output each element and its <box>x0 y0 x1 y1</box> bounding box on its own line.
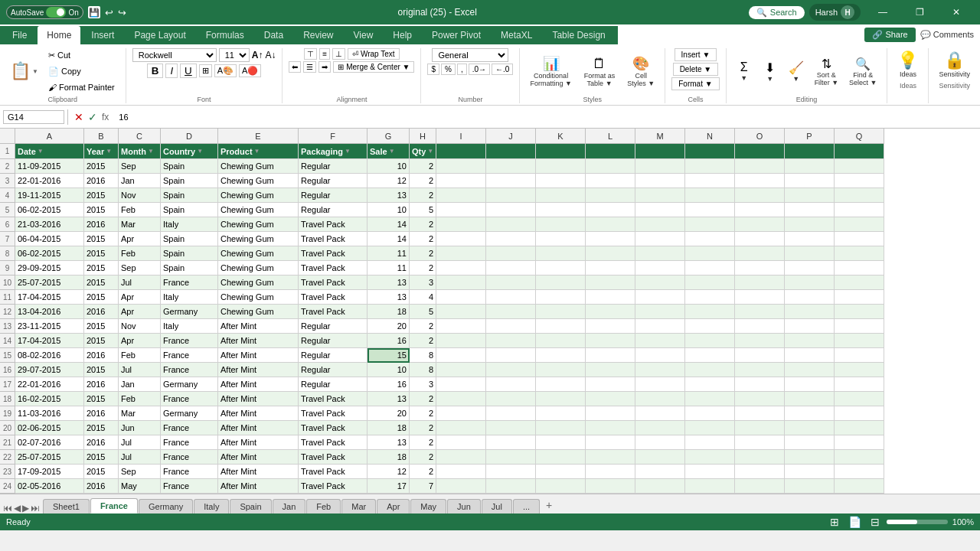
fill-color-button[interactable]: A🎨 <box>214 64 237 77</box>
list-item[interactable]: 14 <box>368 217 410 232</box>
list-item[interactable]: Regular <box>299 348 368 363</box>
header-cell-packaging[interactable]: Packaging ▼ <box>299 144 368 159</box>
list-item[interactable]: France <box>161 334 218 348</box>
list-item[interactable]: 2015 <box>84 261 119 276</box>
col-header-P[interactable]: P <box>785 129 835 144</box>
list-item[interactable]: Jul <box>119 450 161 465</box>
page-layout-view-button[interactable]: 📄 <box>846 515 864 529</box>
user-badge[interactable]: Harsh H <box>809 4 861 21</box>
sheet-tab-germany[interactable]: Germany <box>139 499 193 514</box>
list-item[interactable]: Sep <box>119 159 161 174</box>
list-item[interactable]: 16 <box>368 334 410 348</box>
sheet-tab-france[interactable]: France <box>90 498 138 514</box>
list-item[interactable]: Italy <box>161 217 218 232</box>
list-item[interactable]: 2015 <box>84 159 119 174</box>
list-item[interactable]: Spain <box>161 203 218 217</box>
list-item[interactable]: 2015 <box>84 188 119 203</box>
list-item[interactable]: After Mint <box>218 319 299 334</box>
list-item[interactable]: Germany <box>161 305 218 319</box>
col-header-D[interactable]: D <box>161 129 218 144</box>
ribbon-tab-insert[interactable]: Insert <box>82 26 123 44</box>
align-top-button[interactable]: ⊤ <box>304 48 317 60</box>
list-item[interactable]: 2016 <box>84 377 119 392</box>
list-item[interactable]: 18 <box>368 305 410 319</box>
last-sheet-button[interactable]: ⏭ <box>31 503 40 514</box>
sheet-tab-sheet1[interactable]: Sheet1 <box>43 499 90 514</box>
ribbon-tab-file[interactable]: File <box>3 26 36 44</box>
italic-button[interactable]: I <box>165 64 178 78</box>
list-item[interactable]: Spain <box>161 246 218 261</box>
header-cell-year[interactable]: Year ▼ <box>84 144 119 159</box>
increase-decimal-button[interactable]: .0→ <box>469 64 490 75</box>
page-break-view-button[interactable]: ⊟ <box>868 515 882 529</box>
list-item[interactable]: 2 <box>410 246 436 261</box>
sort-filter-button[interactable]: ⇅ Sort &Filter ▼ <box>811 54 842 89</box>
list-item[interactable]: 12 <box>368 174 410 188</box>
header-cell-country[interactable]: Country ▼ <box>161 144 218 159</box>
list-item[interactable]: 2016 <box>84 174 119 188</box>
list-item[interactable]: 06-04-2015 <box>15 232 84 246</box>
redo-button[interactable]: ↪ <box>118 7 126 18</box>
col-header-H[interactable]: H <box>410 129 436 144</box>
list-item[interactable]: France <box>161 363 218 377</box>
list-item[interactable]: 8 <box>410 348 436 363</box>
list-item[interactable]: Italy <box>161 319 218 334</box>
list-item[interactable]: Regular <box>299 203 368 217</box>
ribbon-tab-help[interactable]: Help <box>384 26 421 44</box>
first-sheet-button[interactable]: ⏮ <box>3 503 12 514</box>
align-middle-button[interactable]: ≡ <box>319 48 330 60</box>
ideas-button[interactable]: 💡 Ideas <box>893 48 922 80</box>
save-icon[interactable]: 💾 <box>88 6 100 18</box>
list-item[interactable]: 11 <box>368 261 410 276</box>
number-format-select[interactable]: General <box>432 48 508 62</box>
list-item[interactable]: After Mint <box>218 363 299 377</box>
align-left-button[interactable]: ⬅ <box>289 61 301 73</box>
list-item[interactable]: After Mint <box>218 465 299 479</box>
list-item[interactable]: 5 <box>410 305 436 319</box>
list-item[interactable]: Regular <box>299 188 368 203</box>
list-item[interactable]: 2015 <box>84 421 119 435</box>
list-item[interactable]: 2 <box>410 392 436 406</box>
list-item[interactable]: Jul <box>119 363 161 377</box>
list-item[interactable]: 8 <box>410 363 436 377</box>
sheet-tab-mar[interactable]: Mar <box>341 499 376 514</box>
list-item[interactable]: Feb <box>119 392 161 406</box>
list-item[interactable]: France <box>161 450 218 465</box>
header-cell-date[interactable]: Date ▼ <box>15 144 84 159</box>
list-item[interactable]: Jun <box>119 421 161 435</box>
list-item[interactable]: 06-02-2015 <box>15 246 84 261</box>
list-item[interactable]: Sep <box>119 261 161 276</box>
list-item[interactable]: 22-01-2016 <box>15 174 84 188</box>
col-header-F[interactable]: F <box>299 129 368 144</box>
list-item[interactable]: 11-03-2016 <box>15 406 84 421</box>
list-item[interactable]: 2016 <box>84 348 119 363</box>
list-item[interactable]: Regular <box>299 363 368 377</box>
ribbon-tab-page-layout[interactable]: Page Layout <box>125 26 194 44</box>
list-item[interactable]: 2016 <box>84 217 119 232</box>
maximize-button[interactable]: ❐ <box>902 0 937 24</box>
list-item[interactable]: 11 <box>368 246 410 261</box>
list-item[interactable]: Chewing Gum <box>218 290 299 305</box>
list-item[interactable]: 23-11-2015 <box>15 319 84 334</box>
insert-button[interactable]: Insert ▼ <box>675 48 717 61</box>
list-item[interactable]: Regular <box>299 334 368 348</box>
list-item[interactable]: Spain <box>161 159 218 174</box>
list-item[interactable]: 13 <box>368 435 410 450</box>
cell-styles-button[interactable]: 🎨 CellStyles ▼ <box>623 53 658 90</box>
list-item[interactable]: 2 <box>410 319 436 334</box>
next-sheet-button[interactable]: ▶ <box>22 503 29 514</box>
list-item[interactable]: 4 <box>410 290 436 305</box>
col-header-E[interactable]: E <box>218 129 299 144</box>
autosave-button[interactable]: AutoSave On <box>6 5 83 19</box>
list-item[interactable]: 21-03-2016 <box>15 217 84 232</box>
align-right-button[interactable]: ➡ <box>318 61 331 73</box>
more-sheets-button[interactable]: ... <box>513 499 540 514</box>
list-item[interactable]: 2 <box>410 334 436 348</box>
list-item[interactable]: 19-11-2015 <box>15 188 84 203</box>
col-header-O[interactable]: O <box>735 129 785 144</box>
list-item[interactable]: Apr <box>119 232 161 246</box>
list-item[interactable]: Feb <box>119 246 161 261</box>
minimize-button[interactable]: — <box>865 0 900 24</box>
delete-button[interactable]: Delete ▼ <box>673 63 719 76</box>
search-box[interactable]: 🔍 Search <box>749 6 805 19</box>
